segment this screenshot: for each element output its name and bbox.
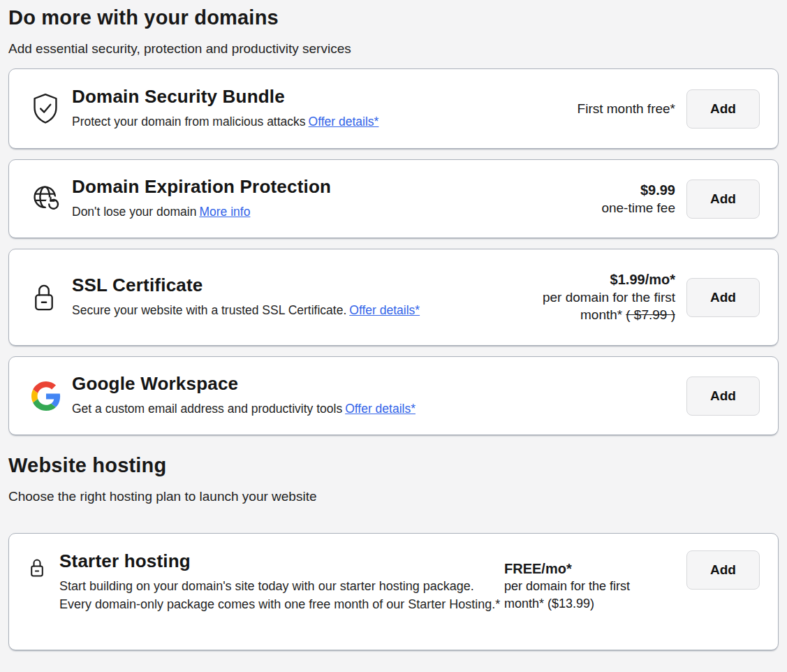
more-info-link[interactable]: More info <box>199 205 250 219</box>
lock-icon <box>31 282 57 314</box>
price-block: $1.99/mo* per domain for the first month… <box>501 271 675 323</box>
hosting-section-title: Website hosting <box>8 453 779 477</box>
card-description: Protect your domain from malicious attac… <box>72 112 501 131</box>
card-description-text: Don't lose your domain <box>72 205 196 219</box>
google-logo <box>31 381 61 411</box>
price-detail-line1: per domain for the first <box>504 579 630 593</box>
card-description: Start building on your domain's site tod… <box>59 577 501 613</box>
card-description-text: Protect your domain from malicious attac… <box>72 115 306 129</box>
price-block: $9.99 one-time fee <box>501 182 675 217</box>
add-button-ssl-certificate[interactable]: Add <box>686 278 760 317</box>
price-block: FREE/mo* per domain for the first month*… <box>504 560 675 613</box>
card-starter-hosting: Starter hosting Start building on your d… <box>8 533 779 650</box>
card-title: Starter hosting <box>59 550 504 572</box>
offer-details-link[interactable]: Offer details* <box>349 303 420 317</box>
offer-details-link[interactable]: Offer details* <box>345 402 415 416</box>
price-detail-line2: month* <box>580 307 622 322</box>
page-title: Do more with your domains <box>8 6 779 29</box>
card-description: Don't lose your domainMore info <box>72 203 501 221</box>
price-detail: per domain for the first month* ($13.99) <box>504 578 675 613</box>
card-title: SSL Certificate <box>72 275 501 296</box>
offer-details-link[interactable]: Offer details* <box>309 115 379 129</box>
price-amount: $9.99 <box>501 182 675 199</box>
card-ssl-certificate: SSL Certificate Secure your website with… <box>8 249 779 346</box>
card-domain-expiration-protection: Domain Expiration Protection Don't lose … <box>8 159 779 238</box>
price-block: First month free* <box>501 100 675 117</box>
card-description-text: Get a custom email address and productiv… <box>72 402 342 416</box>
card-google-workspace: Google Workspace Get a custom email addr… <box>8 356 779 435</box>
card-title: Domain Expiration Protection <box>72 176 501 198</box>
price-detail-line1: per domain for the first <box>543 290 675 305</box>
add-button-domain-security[interactable]: Add <box>686 89 760 129</box>
card-description: Get a custom email address and productiv… <box>72 400 686 418</box>
card-title: Domain Security Bundle <box>72 86 501 108</box>
shield-check-icon <box>31 92 59 126</box>
price-frequency: one-time fee <box>501 199 675 217</box>
card-description: Secure your website with a trusted SSL C… <box>72 301 466 320</box>
price-amount: $1.99/mo* <box>501 271 675 288</box>
price-detail-line2: month* ($13.99) <box>504 597 594 611</box>
card-title: Google Workspace <box>72 373 686 395</box>
original-price: ( $7.99 ) <box>626 307 675 322</box>
globe-refresh-icon <box>31 183 62 215</box>
add-button-google-workspace[interactable]: Add <box>686 377 760 416</box>
card-description-text: Secure your website with a trusted SSL C… <box>72 303 346 317</box>
hosting-section-subtitle: Choose the right hosting plan to launch … <box>8 488 779 505</box>
lock-icon <box>29 557 45 578</box>
price-detail: per domain for the first month*( $7.99 ) <box>501 288 675 323</box>
add-button-expiration-protection[interactable]: Add <box>686 180 760 219</box>
add-button-starter-hosting[interactable]: Add <box>686 550 760 590</box>
price-amount: FREE/mo* <box>504 560 675 578</box>
page-subtitle: Add essential security, protection and p… <box>8 41 779 57</box>
price-text: First month free* <box>501 100 675 117</box>
card-domain-security-bundle: Domain Security Bundle Protect your doma… <box>8 68 779 149</box>
